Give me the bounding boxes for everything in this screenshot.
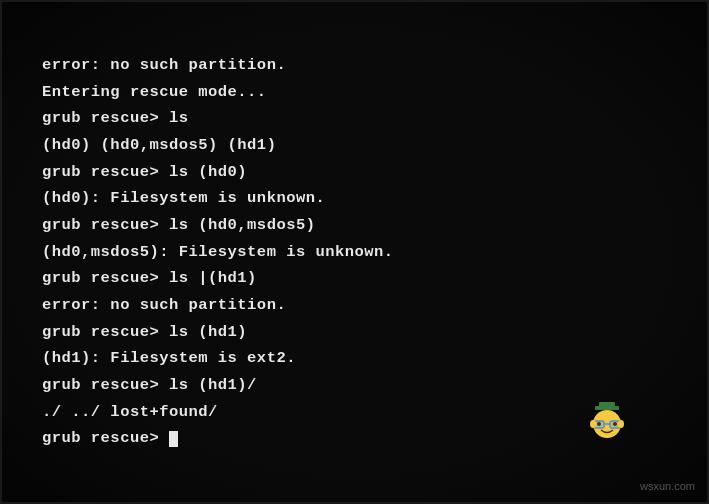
terminal-line: grub rescue> (42, 425, 667, 452)
terminal-line: grub rescue> ls (hd1) (42, 319, 667, 346)
terminal-line: grub rescue> ls (hd0) (42, 159, 667, 186)
svg-point-10 (590, 420, 596, 428)
terminal-line: grub rescue> ls (42, 105, 667, 132)
mascot-icon (587, 402, 627, 442)
terminal-line: grub rescue> ls (hd1)/ (42, 372, 667, 399)
terminal-line: error: no such partition. (42, 292, 667, 319)
svg-point-11 (618, 420, 624, 428)
terminal-line: ./ ../ lost+found/ (42, 399, 667, 426)
terminal-line: (hd0,msdos5): Filesystem is unknown. (42, 239, 667, 266)
svg-point-9 (613, 422, 617, 426)
svg-point-8 (597, 422, 601, 426)
terminal-line: Entering rescue mode... (42, 79, 667, 106)
terminal-line: grub rescue> ls |(hd1) (42, 265, 667, 292)
cursor-blink (169, 431, 178, 447)
terminal-line: (hd0): Filesystem is unknown. (42, 185, 667, 212)
terminal-line: (hd0) (hd0,msdos5) (hd1) (42, 132, 667, 159)
svg-rect-1 (599, 402, 615, 408)
terminal-screen: error: no such partition.Entering rescue… (0, 0, 709, 504)
terminal-line: (hd1): Filesystem is ext2. (42, 345, 667, 372)
terminal-line: error: no such partition. (42, 52, 667, 79)
terminal-output: error: no such partition.Entering rescue… (42, 52, 667, 452)
terminal-line: grub rescue> ls (hd0,msdos5) (42, 212, 667, 239)
watermark: wsxun.com (640, 480, 695, 492)
